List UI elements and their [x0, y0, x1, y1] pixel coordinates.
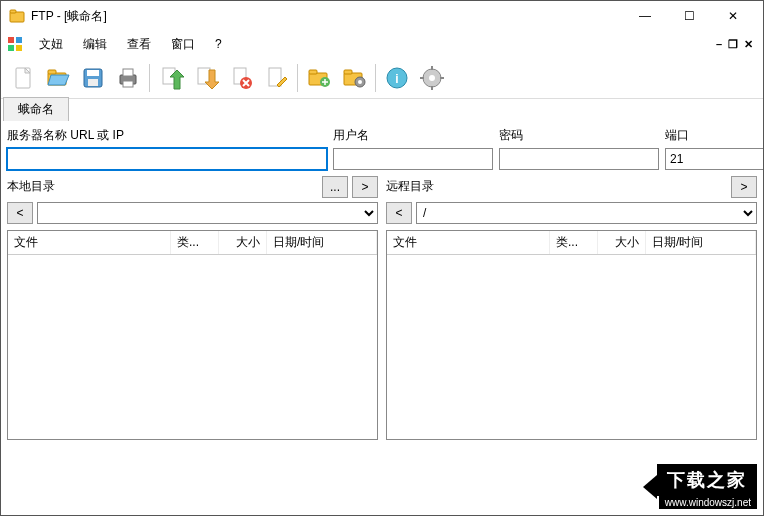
connection-row: 服务器名称 URL 或 IP 用户名 密码 端口 ... > X: [7, 127, 757, 170]
col-size[interactable]: 大小: [598, 231, 646, 254]
svg-rect-24: [344, 70, 352, 74]
local-back-button[interactable]: <: [7, 202, 33, 224]
svg-rect-4: [8, 45, 14, 51]
svg-rect-14: [123, 81, 133, 87]
maximize-button[interactable]: ☐: [667, 2, 711, 30]
new-folder-icon[interactable]: [303, 62, 335, 94]
svg-rect-3: [16, 37, 22, 43]
col-type[interactable]: 类...: [550, 231, 598, 254]
server-input[interactable]: [7, 148, 327, 170]
port-input[interactable]: [665, 148, 764, 170]
port-label: 端口: [665, 127, 764, 144]
col-date[interactable]: 日期/时间: [646, 231, 756, 254]
edit-document-icon[interactable]: [260, 62, 292, 94]
local-dir-section: 本地目录 ... > <: [7, 176, 378, 224]
remote-file-list[interactable]: 文件 类... 大小 日期/时间: [386, 230, 757, 440]
watermark-arrow-icon: [643, 475, 657, 499]
watermark-text: 下载之家: [657, 464, 757, 496]
download-icon[interactable]: [190, 62, 222, 94]
local-path-combo[interactable]: [37, 202, 378, 224]
menu-app-icon: [7, 36, 23, 52]
new-document-icon[interactable]: [7, 62, 39, 94]
col-type[interactable]: 类...: [171, 231, 219, 254]
app-icon: [9, 8, 25, 24]
menu-view[interactable]: 查看: [117, 33, 161, 56]
svg-rect-1: [10, 10, 16, 13]
file-lists-row: 文件 类... 大小 日期/时间 文件 类... 大小 日期/时间: [7, 230, 757, 440]
svg-rect-21: [309, 70, 317, 74]
info-icon[interactable]: i: [381, 62, 413, 94]
remote-dir-section: 远程目录 > < /: [386, 176, 757, 224]
window-title: FTP - [蛾命名]: [31, 8, 623, 25]
mdi-controls: – ❐ ✕: [716, 38, 759, 51]
col-size[interactable]: 大小: [219, 231, 267, 254]
directory-row: 本地目录 ... > < 远程目录 > < /: [7, 176, 757, 224]
local-browse-button[interactable]: ...: [322, 176, 348, 198]
svg-rect-2: [8, 37, 14, 43]
local-go-button[interactable]: >: [352, 176, 378, 198]
mdi-close-button[interactable]: ✕: [744, 38, 753, 51]
svg-rect-8: [48, 70, 56, 74]
title-bar: FTP - [蛾命名] — ☐ ✕: [1, 1, 763, 31]
menu-help[interactable]: ?: [205, 34, 232, 54]
watermark-url: www.windowszj.net: [659, 496, 757, 509]
watermark: 下载之家 www.windowszj.net: [643, 464, 757, 509]
menu-file[interactable]: 文妞: [29, 33, 73, 56]
local-list-header: 文件 类... 大小 日期/时间: [8, 231, 377, 255]
svg-point-30: [429, 75, 435, 81]
menu-edit[interactable]: 编辑: [73, 33, 117, 56]
delete-icon[interactable]: [225, 62, 257, 94]
svg-text:i: i: [395, 72, 398, 86]
client-area: 服务器名称 URL 或 IP 用户名 密码 端口 ... > X 本地目录 ..…: [1, 121, 763, 446]
svg-rect-10: [87, 70, 99, 76]
col-file[interactable]: 文件: [387, 231, 550, 254]
folder-settings-icon[interactable]: [338, 62, 370, 94]
toolbar: i: [1, 57, 763, 99]
local-file-list[interactable]: 文件 类... 大小 日期/时间: [7, 230, 378, 440]
remote-back-button[interactable]: <: [386, 202, 412, 224]
user-input[interactable]: [333, 148, 493, 170]
remote-dir-label: 远程目录: [386, 178, 727, 195]
col-date[interactable]: 日期/时间: [267, 231, 377, 254]
pass-input[interactable]: [499, 148, 659, 170]
minimize-button[interactable]: —: [623, 2, 667, 30]
tab-session[interactable]: 蛾命名: [3, 97, 69, 121]
tab-bar: 蛾命名: [1, 99, 763, 121]
svg-rect-11: [88, 79, 98, 86]
local-dir-label: 本地目录: [7, 178, 318, 195]
window-controls: — ☐ ✕: [623, 2, 755, 30]
col-file[interactable]: 文件: [8, 231, 171, 254]
menu-bar: 文妞 编辑 查看 窗口 ? – ❐ ✕: [1, 31, 763, 57]
svg-rect-5: [16, 45, 22, 51]
pass-label: 密码: [499, 127, 659, 144]
user-label: 用户名: [333, 127, 493, 144]
svg-rect-13: [123, 69, 133, 76]
upload-icon[interactable]: [155, 62, 187, 94]
server-label: 服务器名称 URL 或 IP: [7, 127, 327, 144]
mdi-minimize-button[interactable]: –: [716, 38, 722, 51]
settings-icon[interactable]: [416, 62, 448, 94]
menu-window[interactable]: 窗口: [161, 33, 205, 56]
remote-go-button[interactable]: >: [731, 176, 757, 198]
remote-list-header: 文件 类... 大小 日期/时间: [387, 231, 756, 255]
remote-path-combo[interactable]: /: [416, 202, 757, 224]
mdi-restore-button[interactable]: ❐: [728, 38, 738, 51]
open-folder-icon[interactable]: [42, 62, 74, 94]
svg-point-26: [358, 80, 362, 84]
save-icon[interactable]: [77, 62, 109, 94]
print-icon[interactable]: [112, 62, 144, 94]
close-button[interactable]: ✕: [711, 2, 755, 30]
